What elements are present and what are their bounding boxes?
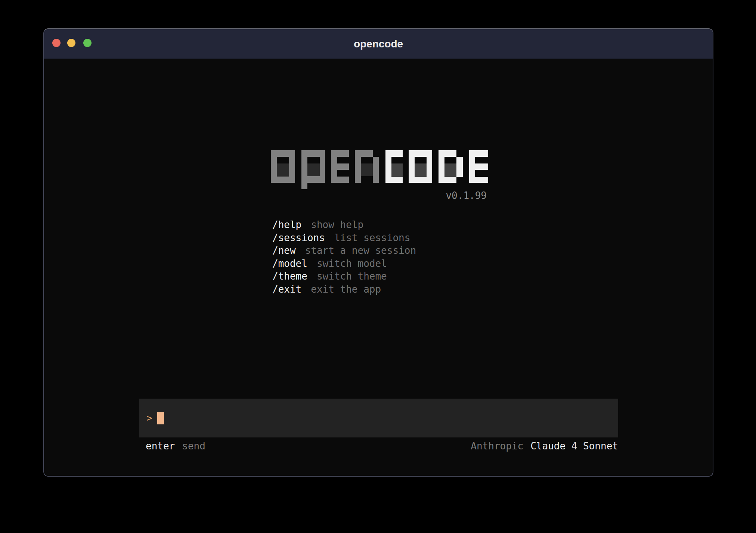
zoom-button[interactable] [83,39,92,47]
command-name: /sessions [272,232,325,243]
opencode-logo [271,150,488,190]
command-name: /model [272,258,307,269]
command-row: /modelswitch model [272,257,416,270]
close-button[interactable] [52,39,61,47]
text-cursor [157,412,164,424]
enter-key-hint: enter [146,440,175,452]
terminal-content: v0.1.99 /helpshow help /sessionslist ses… [44,59,713,476]
command-name: /exit [272,284,301,295]
command-description: exit the app [311,284,381,295]
send-label: send [182,440,205,452]
minimize-button[interactable] [67,39,75,47]
model-label: Claude 4 Sonnet [530,440,618,452]
command-description: switch theme [317,271,387,282]
provider-label: Anthropic [471,440,523,452]
titlebar[interactable]: opencode [44,29,713,59]
status-bar: entersend AnthropicClaude 4 Sonnet [146,440,618,452]
command-row: /themeswitch theme [272,270,416,283]
opencode-window: opencode [43,28,713,477]
command-name: /theme [272,271,307,282]
traffic-lights [52,39,92,47]
command-row: /sessionslist sessions [272,231,416,244]
command-row: /newstart a new session [272,244,416,257]
command-name: /new [272,245,296,256]
logo-version: v0.1.99 [271,189,487,202]
model-indicator[interactable]: AnthropicClaude 4 Sonnet [471,440,618,452]
message-input[interactable]: > [139,399,618,437]
prompt-symbol: > [146,412,152,424]
command-row: /exitexit the app [272,283,416,296]
command-description: start a new session [305,245,416,256]
command-list: /helpshow help /sessionslist sessions /n… [272,218,416,296]
command-description: switch model [317,258,387,269]
window-title: opencode [354,38,403,50]
send-hint: entersend [146,440,205,452]
command-description: list sessions [334,232,410,243]
command-name: /help [272,219,301,230]
command-description: show help [311,219,363,230]
command-row: /helpshow help [272,218,416,231]
